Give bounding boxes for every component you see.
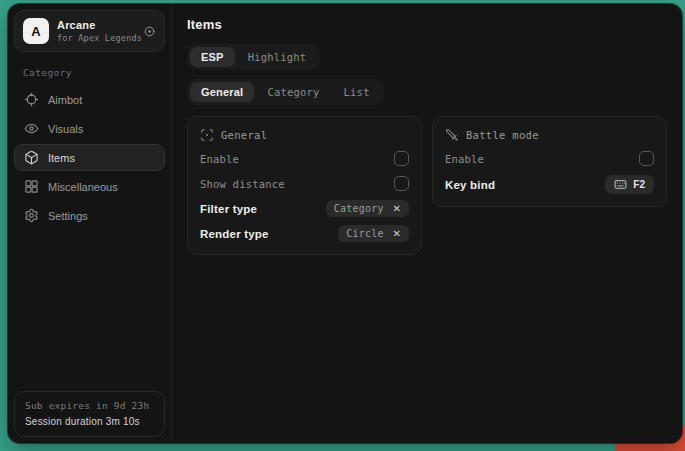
sidebar-item-label: Items [48,152,75,164]
sidebar-item-visuals[interactable]: Visuals [14,115,165,142]
main-content: Items ESPHighlight GeneralCategoryList G… [172,4,682,443]
row-label: Key bind [445,179,495,191]
sidebar-item-settings[interactable]: Settings [14,202,165,229]
clear-icon[interactable]: ✕ [393,204,401,214]
keybind-value: F2 [633,179,645,190]
panel-header: Battle mode [445,127,654,142]
panel-battle-mode: Battle modeEnableKey bindF2 [432,116,667,207]
sidebar-item-aimbot[interactable]: Aimbot [14,86,165,113]
gear-icon [24,208,39,223]
row-label: Enable [200,153,239,165]
select-filter-type[interactable]: Category✕ [326,200,409,217]
sub-tab-group: GeneralCategoryList [187,79,384,105]
panel-title: Battle mode [466,129,539,141]
subtab-category[interactable]: Category [256,82,330,102]
scan-icon [200,128,214,142]
panel-general: GeneralEnableShow distanceFilter typeCat… [187,116,422,255]
sidebar-nav: AimbotVisualsItemsMiscellaneousSettings [14,86,165,229]
page-title: Items [187,17,667,32]
subtab-general[interactable]: General [190,82,254,102]
app-subtitle: for Apex Legends [57,33,135,43]
row-filter-type: Filter typeCategory✕ [200,200,409,217]
target-icon[interactable] [143,25,156,38]
row-enable: Enable [445,150,654,167]
row-show-distance: Show distance [200,175,409,192]
checkbox-enable[interactable] [639,151,654,166]
row-label: Render type [200,228,269,240]
crosshair-icon [24,92,39,107]
row-label: Show distance [200,178,285,190]
app-logo: A [23,18,49,44]
panel-title: General [221,129,267,141]
clear-icon[interactable]: ✕ [393,229,401,239]
mode-tab-group: ESPHighlight [187,44,320,70]
sidebar-section-label: Category [23,67,156,78]
checkbox-enable[interactable] [394,151,409,166]
sidebar-item-label: Miscellaneous [48,181,118,193]
select-value: Category [334,203,384,214]
sidebar-item-label: Settings [48,210,88,222]
app-window: A Arcane for Apex Legends Category Aimbo… [8,4,682,443]
keyboard-icon [614,178,627,191]
row-key-bind: Key bindF2 [445,175,654,194]
box-icon [24,150,39,165]
select-render-type[interactable]: Circle✕ [338,225,409,242]
keybind-key-bind[interactable]: F2 [605,175,654,194]
checkbox-show-distance[interactable] [394,176,409,191]
session-duration-text: Session duration 3m 10s [25,416,154,427]
settings-panels: GeneralEnableShow distanceFilter typeCat… [187,116,667,255]
tab-highlight[interactable]: Highlight [237,47,318,67]
row-label: Filter type [200,203,257,215]
sidebar-item-label: Aimbot [48,94,82,106]
sidebar: A Arcane for Apex Legends Category Aimbo… [8,4,172,443]
tab-esp[interactable]: ESP [190,47,235,67]
subtab-list[interactable]: List [333,82,381,102]
sidebar-item-miscellaneous[interactable]: Miscellaneous [14,173,165,200]
select-value: Circle [346,228,383,239]
grid-icon [24,179,39,194]
app-title: Arcane [57,19,135,31]
subscription-card: Sub expires in 9d 23h Session duration 3… [14,391,165,437]
row-enable: Enable [200,150,409,167]
sword-icon [445,128,459,142]
sidebar-item-label: Visuals [48,123,83,135]
panel-header: General [200,127,409,142]
sub-expires-text: Sub expires in 9d 23h [25,400,154,411]
eye-icon [24,121,39,136]
row-label: Enable [445,153,484,165]
row-render-type: Render typeCircle✕ [200,225,409,242]
sidebar-item-items[interactable]: Items [14,144,165,171]
app-header-card: A Arcane for Apex Legends [14,10,165,52]
